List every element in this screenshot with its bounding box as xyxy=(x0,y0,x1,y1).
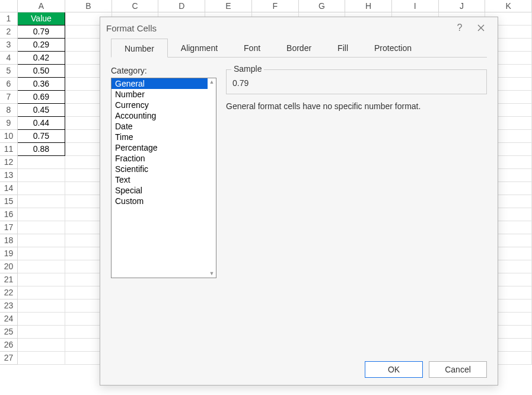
tab-font[interactable]: Font xyxy=(231,39,273,58)
ok-button[interactable]: OK xyxy=(365,361,423,378)
row-header-13[interactable]: 13 xyxy=(0,168,17,181)
dialog-body: NumberAlignmentFontBorderFillProtection … xyxy=(100,39,498,385)
col-header-A[interactable]: A xyxy=(17,0,65,12)
row-header-11[interactable]: 11 xyxy=(0,142,17,155)
col-header-D[interactable]: D xyxy=(158,0,205,12)
row-header-25[interactable]: 25 xyxy=(0,325,17,338)
category-item-date[interactable]: Date xyxy=(112,121,208,132)
cell-A15[interactable] xyxy=(17,195,65,208)
dialog-titlebar[interactable]: Format Cells ? xyxy=(100,17,498,39)
category-item-general[interactable]: General xyxy=(112,78,208,89)
col-header-G[interactable]: G xyxy=(298,0,345,12)
help-button[interactable]: ? xyxy=(449,19,470,37)
row-header-27[interactable]: 27 xyxy=(0,351,17,364)
row-header-17[interactable]: 17 xyxy=(0,221,17,234)
category-label: Category: xyxy=(111,66,216,75)
category-item-scientific[interactable]: Scientific xyxy=(112,164,208,174)
col-header-C[interactable]: C xyxy=(112,0,158,12)
row-header-20[interactable]: 20 xyxy=(0,260,17,273)
row-header-2[interactable]: 2 xyxy=(0,25,17,38)
row-header-4[interactable]: 4 xyxy=(0,51,17,64)
scroll-up-icon: ▲ xyxy=(209,79,215,85)
col-header-B[interactable]: B xyxy=(65,0,112,12)
row-header-16[interactable]: 16 xyxy=(0,208,17,221)
cell-A2[interactable]: 0.79 xyxy=(17,25,65,38)
tab-alignment[interactable]: Alignment xyxy=(168,39,231,58)
tab-protection[interactable]: Protection xyxy=(361,39,425,58)
cell-A11[interactable]: 0.88 xyxy=(17,142,65,155)
col-header-J[interactable]: J xyxy=(438,0,485,12)
row-header-5[interactable]: 5 xyxy=(0,64,17,77)
cell-A6[interactable]: 0.36 xyxy=(17,77,65,90)
category-column: Category: GeneralNumberCurrencyAccountin… xyxy=(111,66,216,354)
cell-A27[interactable] xyxy=(17,351,65,364)
col-header-I[interactable]: I xyxy=(391,0,438,12)
cell-A9[interactable]: 0.44 xyxy=(17,116,65,129)
cancel-button[interactable]: Cancel xyxy=(429,361,487,378)
row-header-14[interactable]: 14 xyxy=(0,181,17,195)
cell-A20[interactable] xyxy=(17,260,65,273)
row-header-7[interactable]: 7 xyxy=(0,90,17,103)
row-header-21[interactable]: 21 xyxy=(0,273,17,286)
category-item-special[interactable]: Special xyxy=(112,185,208,196)
row-header-22[interactable]: 22 xyxy=(0,286,17,299)
tab-fill[interactable]: Fill xyxy=(324,39,361,58)
tab-border[interactable]: Border xyxy=(273,39,324,58)
tab-content-number: Category: GeneralNumberCurrencyAccountin… xyxy=(111,58,487,354)
category-item-currency[interactable]: Currency xyxy=(112,100,208,110)
cell-A21[interactable] xyxy=(17,273,65,286)
row-header-26[interactable]: 26 xyxy=(0,338,17,351)
cell-A23[interactable] xyxy=(17,299,65,312)
dialog-footer: OK Cancel xyxy=(111,354,487,378)
row-header-18[interactable]: 18 xyxy=(0,234,17,247)
cell-A19[interactable] xyxy=(17,247,65,260)
category-item-custom[interactable]: Custom xyxy=(112,196,208,206)
cell-A4[interactable]: 0.42 xyxy=(17,51,65,64)
col-header-F[interactable]: F xyxy=(251,0,298,12)
cell-A26[interactable] xyxy=(17,338,65,351)
category-item-fraction[interactable]: Fraction xyxy=(112,153,208,164)
row-header-24[interactable]: 24 xyxy=(0,312,17,325)
row-header-23[interactable]: 23 xyxy=(0,299,17,312)
row-header-1[interactable]: 1 xyxy=(0,12,17,25)
row-header-8[interactable]: 8 xyxy=(0,103,17,116)
select-all-corner[interactable] xyxy=(0,0,17,12)
cell-A16[interactable] xyxy=(17,208,65,221)
row-header-12[interactable]: 12 xyxy=(0,155,17,168)
scroll-down-icon: ▼ xyxy=(209,271,215,276)
cell-A5[interactable]: 0.50 xyxy=(17,64,65,77)
cell-A3[interactable]: 0.29 xyxy=(17,38,65,51)
row-header-6[interactable]: 6 xyxy=(0,77,17,90)
col-header-K[interactable]: K xyxy=(485,0,532,12)
cell-A17[interactable] xyxy=(17,221,65,234)
row-header-15[interactable]: 15 xyxy=(0,195,17,208)
cell-A12[interactable] xyxy=(17,155,65,168)
close-button[interactable] xyxy=(470,19,492,37)
row-header-10[interactable]: 10 xyxy=(0,129,17,142)
cell-A13[interactable] xyxy=(17,168,65,181)
cell-A25[interactable] xyxy=(17,325,65,338)
dialog-title: Format Cells xyxy=(106,23,449,33)
row-header-9[interactable]: 9 xyxy=(0,116,17,129)
cell-A7[interactable]: 0.69 xyxy=(17,90,65,103)
cell-A8[interactable]: 0.45 xyxy=(17,103,65,116)
col-header-H[interactable]: H xyxy=(345,0,392,12)
cell-A10[interactable]: 0.75 xyxy=(17,129,65,142)
row-header-19[interactable]: 19 xyxy=(0,247,17,260)
tabs: NumberAlignmentFontBorderFillProtection xyxy=(111,39,487,58)
category-item-percentage[interactable]: Percentage xyxy=(112,142,208,153)
category-list[interactable]: GeneralNumberCurrencyAccountingDateTimeP… xyxy=(111,78,216,278)
category-item-text[interactable]: Text xyxy=(112,174,208,185)
cell-A18[interactable] xyxy=(17,234,65,247)
category-item-time[interactable]: Time xyxy=(112,132,208,142)
col-header-E[interactable]: E xyxy=(205,0,252,12)
scrollbar[interactable]: ▲ ▼ xyxy=(208,78,216,278)
category-item-number[interactable]: Number xyxy=(112,89,208,100)
cell-A1[interactable]: Value xyxy=(17,12,65,25)
cell-A22[interactable] xyxy=(17,286,65,299)
cell-A24[interactable] xyxy=(17,312,65,325)
tab-number[interactable]: Number xyxy=(111,39,168,58)
row-header-3[interactable]: 3 xyxy=(0,38,17,51)
category-item-accounting[interactable]: Accounting xyxy=(112,110,208,121)
cell-A14[interactable] xyxy=(17,181,65,195)
